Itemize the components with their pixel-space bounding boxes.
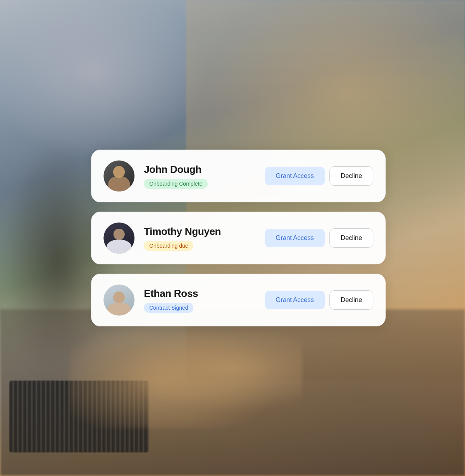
cards-container: John Dough Onboarding Complete Grant Acc…	[91, 150, 386, 326]
status-badge-timothy-nguyen: Onboarding due	[144, 241, 193, 251]
avatar-timothy-nguyen	[103, 222, 134, 254]
status-badge-ethan-ross: Contract Signed	[144, 303, 193, 313]
bg-hands	[70, 309, 302, 428]
user-name-timothy-nguyen: Timothy Nguyen	[144, 226, 255, 238]
decline-button-timothy-nguyen[interactable]: Decline	[329, 228, 373, 248]
user-name-ethan-ross: Ethan Ross	[144, 288, 255, 300]
card-actions-timothy-nguyen: Grant Access Decline	[265, 228, 373, 248]
user-info-ethan-ross: Ethan Ross Contract Signed	[144, 288, 255, 313]
grant-access-button-timothy-nguyen[interactable]: Grant Access	[265, 229, 325, 247]
avatar-ethan-ross	[103, 285, 134, 316]
grant-access-button-john-dough[interactable]: Grant Access	[265, 167, 325, 185]
decline-button-ethan-ross[interactable]: Decline	[329, 290, 373, 310]
decline-button-john-dough[interactable]: Decline	[329, 166, 373, 186]
user-info-john-dough: John Dough Onboarding Complete	[144, 164, 255, 189]
user-info-timothy-nguyen: Timothy Nguyen Onboarding due	[144, 226, 255, 251]
user-name-john-dough: John Dough	[144, 164, 255, 176]
user-card-timothy-nguyen: Timothy Nguyen Onboarding due Grant Acce…	[91, 212, 386, 264]
card-actions-ethan-ross: Grant Access Decline	[265, 290, 373, 310]
card-actions-john-dough: Grant Access Decline	[265, 166, 373, 186]
avatar-john-dough	[103, 160, 134, 191]
user-card-ethan-ross: Ethan Ross Contract Signed Grant Access …	[91, 274, 386, 326]
user-card-john-dough: John Dough Onboarding Complete Grant Acc…	[91, 150, 386, 202]
grant-access-button-ethan-ross[interactable]: Grant Access	[265, 291, 325, 309]
status-badge-john-dough: Onboarding Complete	[144, 179, 208, 189]
